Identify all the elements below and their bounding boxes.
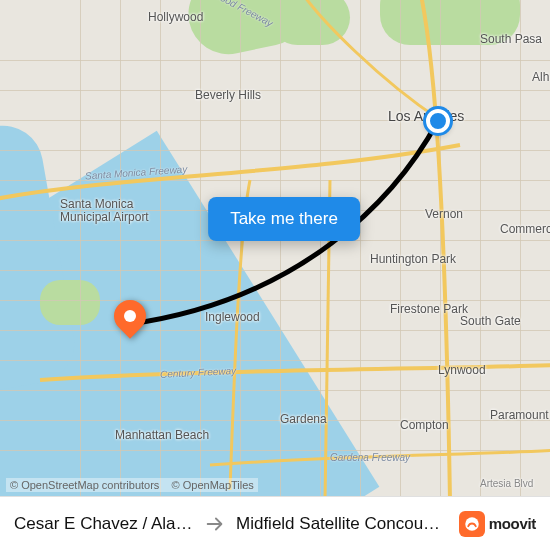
moovit-logo-icon bbox=[459, 511, 485, 537]
freeway-layer bbox=[0, 0, 550, 550]
moovit-brand-text: moovit bbox=[489, 515, 536, 532]
map-container[interactable]: Los Angeles Beverly Hills Santa Monica M… bbox=[0, 0, 550, 550]
start-marker[interactable] bbox=[426, 109, 450, 133]
route-summary-bar: Cesar E Chavez / Alam… Midfield Satellit… bbox=[0, 496, 550, 550]
pin-icon bbox=[107, 293, 152, 338]
osm-attribution: © OpenStreetMap contributors bbox=[10, 479, 159, 491]
end-marker[interactable] bbox=[114, 300, 146, 332]
arrow-right-icon bbox=[204, 513, 226, 535]
route-from-label[interactable]: Cesar E Chavez / Alam… bbox=[14, 514, 194, 534]
moovit-brand[interactable]: moovit bbox=[459, 511, 536, 537]
map-attribution[interactable]: © OpenStreetMap contributors © OpenMapTi… bbox=[6, 478, 258, 492]
openmaptiles-attribution: © OpenMapTiles bbox=[172, 479, 254, 491]
take-me-there-button[interactable]: Take me there bbox=[208, 197, 360, 241]
route-to-label[interactable]: Midfield Satellite Concou… bbox=[236, 514, 449, 534]
